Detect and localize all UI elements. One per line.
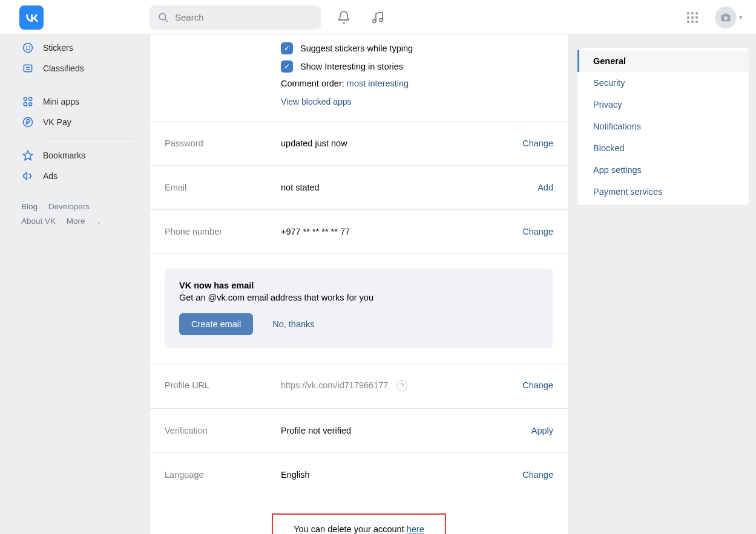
label: Language (165, 470, 281, 480)
add-link[interactable]: Add (537, 183, 553, 192)
nav-notifications[interactable]: Notifications (577, 116, 749, 137)
banner-subtitle: Get an @vk.com email address that works … (179, 293, 539, 302)
svg-rect-10 (24, 65, 31, 72)
svg-point-9 (29, 47, 30, 47)
sidebar-item-miniapps[interactable]: Mini apps (21, 91, 137, 112)
settings-panel: ✓ Suggest stickers while typing ✓ Show I… (150, 35, 568, 534)
link-developers[interactable]: Developers (48, 202, 90, 211)
miniapps-icon (21, 95, 35, 108)
comment-order-label: Comment order: (281, 79, 344, 88)
delete-here-link[interactable]: here (407, 524, 424, 534)
star-icon (21, 149, 35, 162)
general-options: ✓ Suggest stickers while typing ✓ Show I… (150, 35, 568, 122)
change-link[interactable]: Change (522, 227, 553, 236)
value: https://vk.com/id717966177 (281, 380, 388, 390)
sidebar-label: Bookmarks (43, 151, 85, 160)
value: Profile not verified (281, 426, 531, 435)
svg-point-16 (29, 103, 32, 106)
svg-line-1 (165, 19, 168, 22)
row-verification: Verification Profile not verified Apply (150, 409, 568, 453)
view-blocked-apps-link[interactable]: View blocked apps (281, 97, 553, 106)
apply-link[interactable]: Apply (531, 426, 553, 435)
value: updated just now (281, 138, 522, 148)
comment-order-value[interactable]: most interesting (347, 79, 409, 88)
smiley-icon (21, 41, 35, 54)
classifieds-icon (21, 62, 35, 75)
create-email-button[interactable]: Create email (179, 313, 253, 335)
checkbox-checked-icon: ✓ (281, 60, 293, 73)
svg-rect-15 (24, 103, 27, 106)
label: Verification (165, 426, 281, 435)
ruble-icon (21, 116, 35, 129)
sidebar-label: Mini apps (43, 97, 79, 106)
nav-app-settings[interactable]: App settings (577, 159, 749, 181)
nav-payment-services[interactable]: Payment services (577, 181, 749, 203)
change-link[interactable]: Change (522, 138, 553, 148)
delete-text: You can delete your account (294, 524, 407, 534)
help-icon[interactable]: ? (396, 380, 407, 391)
label: Email (165, 183, 281, 192)
checkbox-show-interesting[interactable]: ✓ Show Interesting in stories (281, 60, 553, 73)
row-language: Language English Change (150, 453, 568, 497)
link-blog[interactable]: Blog (21, 202, 38, 211)
apps-grid-icon[interactable] (687, 12, 698, 23)
nav-blocked[interactable]: Blocked (577, 137, 749, 159)
change-link[interactable]: Change (522, 470, 553, 480)
label: Phone number (165, 227, 281, 236)
checkbox-label: Suggest stickers while typing (300, 44, 413, 53)
separator (44, 138, 135, 139)
chevron-down-icon: ⌄ (96, 218, 101, 225)
banner-title: VK now has email (179, 281, 539, 290)
search-icon (158, 12, 169, 23)
settings-nav: General Security Privacy Notifications B… (577, 47, 749, 206)
link-about[interactable]: About VK (21, 217, 56, 226)
sidebar-item-ads[interactable]: Ads (21, 166, 137, 186)
svg-point-8 (26, 47, 27, 47)
bell-icon[interactable] (335, 9, 352, 26)
separator (44, 85, 135, 85)
highlight-box: You can delete your account here (272, 513, 446, 534)
svg-rect-5 (724, 14, 728, 16)
checkbox-label: Show Interesting in stories (300, 62, 403, 71)
top-header: ▾ (0, 0, 756, 35)
vk-logo[interactable] (19, 5, 44, 30)
nav-security[interactable]: Security (577, 72, 749, 94)
svg-point-13 (24, 97, 27, 100)
svg-marker-18 (24, 151, 33, 160)
search-box[interactable] (150, 5, 321, 30)
chevron-down-icon[interactable]: ▾ (739, 13, 743, 21)
svg-rect-14 (29, 97, 32, 100)
svg-point-6 (724, 16, 728, 20)
sidebar-item-classifieds[interactable]: Classifieds (21, 58, 137, 79)
svg-point-3 (380, 18, 383, 21)
sidebar-item-bookmarks[interactable]: Bookmarks (21, 145, 137, 166)
change-link[interactable]: Change (522, 380, 553, 390)
value: not stated (281, 183, 537, 192)
sidebar-label: VK Pay (43, 117, 71, 127)
checkbox-suggest-stickers[interactable]: ✓ Suggest stickers while typing (281, 42, 553, 54)
footer-links: Blog Developers About VK More⌄ (21, 200, 137, 229)
comment-order: Comment order: most interesting (281, 79, 553, 88)
left-sidebar: Stickers Classifieds Mini apps VK Pay Bo… (0, 35, 137, 534)
row-profile-url: Profile URL https://vk.com/id717966177 ?… (150, 363, 568, 409)
avatar[interactable] (715, 7, 737, 28)
label: Password (165, 138, 281, 148)
link-more[interactable]: More⌄ (67, 217, 110, 226)
value: +977 ** ** ** ** 77 (281, 227, 522, 236)
search-input[interactable] (175, 12, 296, 22)
delete-account-line: You can delete your account here (150, 497, 568, 534)
music-icon[interactable] (369, 9, 386, 26)
row-phone: Phone number +977 ** ** ** ** 77 Change (150, 210, 568, 254)
svg-point-2 (373, 19, 376, 22)
label: Profile URL (165, 380, 281, 390)
no-thanks-link[interactable]: No, thanks (272, 319, 314, 329)
svg-point-0 (159, 13, 166, 20)
checkbox-checked-icon: ✓ (281, 42, 293, 54)
megaphone-icon (21, 169, 35, 183)
nav-privacy[interactable]: Privacy (577, 94, 749, 116)
sidebar-item-vkpay[interactable]: VK Pay (21, 112, 137, 132)
sidebar-label: Classifieds (43, 63, 84, 73)
sidebar-item-stickers[interactable]: Stickers (21, 37, 137, 58)
value: English (281, 470, 522, 480)
nav-general[interactable]: General (577, 50, 749, 72)
